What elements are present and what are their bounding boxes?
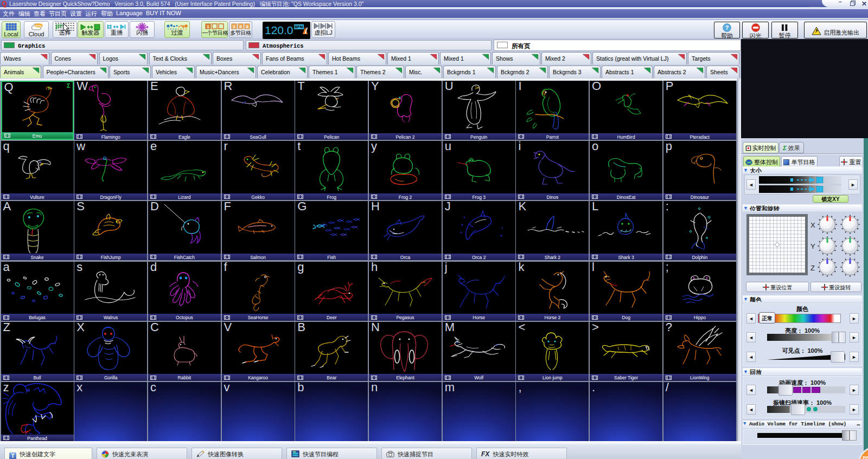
svg-text:1: 1 — [207, 24, 209, 29]
svg-text:beta: beta — [36, 24, 41, 27]
svg-text:2: 2 — [239, 24, 242, 29]
svg-text:1: 1 — [233, 24, 235, 29]
svg-text:3: 3 — [246, 24, 248, 29]
svg-text:?: ? — [725, 24, 729, 31]
